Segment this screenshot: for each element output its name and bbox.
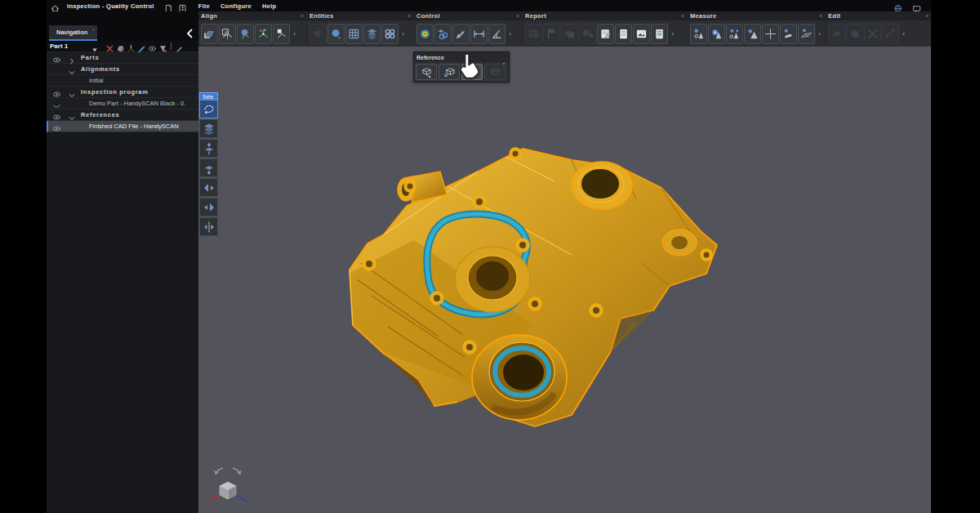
chevron-down-icon[interactable] (68, 88, 76, 96)
layer-merge-button[interactable] (199, 158, 218, 177)
align-sphere-button[interactable] (237, 24, 254, 44)
probe-play-icon (710, 28, 723, 40)
colormap-icon (419, 28, 431, 40)
mouse-cursor-hand (457, 53, 481, 81)
align-points-button[interactable] (255, 24, 272, 44)
pin-icon[interactable] (501, 55, 506, 60)
menu-configure[interactable]: Configure (220, 2, 252, 10)
compare-button[interactable] (434, 24, 452, 44)
eye-icon[interactable] (52, 53, 61, 62)
group-more-chevron-icon[interactable]: ‹ (506, 30, 514, 38)
freeform-selection-button[interactable] (199, 100, 218, 118)
tree-row-parts[interactable]: Parts (47, 52, 198, 64)
new-document-icon[interactable] (164, 2, 173, 11)
dimension-button[interactable] (470, 24, 488, 44)
layer-stack-button[interactable] (199, 119, 218, 138)
edit-copy-icon (849, 28, 861, 40)
brush-icon[interactable] (137, 42, 146, 51)
save-icon[interactable] (178, 2, 187, 11)
3d-viewport[interactable]: Reference Sele. (198, 47, 931, 513)
group-more-chevron-icon[interactable]: ‹ (399, 30, 407, 38)
report-sheet-button[interactable] (651, 24, 668, 44)
tree-row-inspection-program[interactable]: Inspection program (47, 87, 198, 98)
report-doc-button[interactable] (615, 24, 632, 44)
part-selector[interactable]: Part 1 (50, 42, 68, 50)
tree-row-initial[interactable]: Initial (47, 75, 198, 87)
part-dropdown-caret-icon[interactable] (91, 42, 99, 51)
tree-row-alignments[interactable]: Alignments (47, 64, 198, 75)
pencil-icon[interactable] (175, 42, 184, 51)
probe-mesh-button[interactable] (798, 24, 815, 44)
group-collapse-icon[interactable]: « (819, 13, 822, 19)
visibility-icon[interactable] (148, 42, 157, 51)
align-frame-button[interactable] (219, 24, 236, 44)
group-more-chevron-icon[interactable]: ‹ (669, 30, 676, 38)
eye-icon[interactable] (52, 110, 61, 119)
colormap-button[interactable] (416, 24, 434, 44)
mesh-button (310, 24, 327, 44)
group-collapse-icon[interactable]: « (301, 13, 304, 19)
eye-icon[interactable] (52, 87, 61, 96)
group-collapse-icon[interactable]: « (681, 13, 684, 19)
report-note-button[interactable] (597, 24, 614, 44)
tab-navigation[interactable]: Navigation (49, 25, 97, 41)
entity-grid-button[interactable] (345, 24, 363, 44)
triad-icon[interactable] (127, 42, 136, 51)
feedback-icon[interactable] (912, 2, 921, 11)
probe-surface-button[interactable] (780, 24, 797, 44)
flip-right-button[interactable] (199, 198, 218, 216)
toolbar-group-label: Report (525, 12, 546, 20)
entity-sphere-button[interactable] (327, 24, 345, 44)
home-icon[interactable] (51, 2, 60, 11)
menu-file[interactable]: File (198, 2, 210, 10)
tree-row-finished-cad-file-handyscan[interactable]: Finished CAD File - HandySCAN (47, 121, 198, 132)
sidebar-collapse-icon[interactable] (185, 28, 195, 39)
angle-button[interactable] (488, 24, 506, 44)
funnel-icon[interactable] (158, 42, 167, 51)
group-collapse-icon[interactable]: « (516, 13, 519, 19)
group-more-chevron-icon[interactable]: ‹ (816, 30, 823, 38)
tree-row-label: Finished CAD File - HandySCAN (89, 123, 179, 130)
delete-icon[interactable] (105, 42, 114, 51)
group-collapse-icon[interactable]: « (925, 13, 929, 19)
caliper-button[interactable] (452, 24, 470, 44)
menu-bar: FileConfigureHelp (198, 2, 277, 10)
curve-icon[interactable] (52, 99, 61, 108)
chevron-down-icon[interactable] (68, 111, 76, 119)
connect-globe-icon[interactable] (893, 2, 902, 11)
chevron-right-icon[interactable] (68, 54, 76, 62)
entity-layers-button[interactable] (363, 24, 381, 44)
mirror-button[interactable] (199, 217, 218, 236)
group-more-chevron-icon[interactable]: ‹ (291, 30, 298, 38)
tab-options-icon[interactable] (91, 26, 96, 30)
align-target-button[interactable] (273, 24, 290, 44)
eye-icon[interactable] (52, 122, 61, 131)
group-more-chevron-icon[interactable]: ‹ (900, 30, 907, 38)
probe-cone-button[interactable] (744, 24, 761, 44)
report-table-button (525, 24, 542, 44)
view-cube[interactable] (205, 464, 251, 506)
probe-point-button[interactable] (690, 24, 707, 44)
layer-expand-button[interactable] (199, 139, 218, 158)
flip-left-button[interactable] (199, 178, 218, 197)
report-doc-icon (617, 28, 630, 40)
report-image-button[interactable] (633, 24, 650, 44)
shape-reference-icon[interactable] (116, 42, 125, 51)
reference-probe-button[interactable] (416, 64, 437, 80)
report-compare-button (561, 24, 578, 44)
probe-play-button[interactable] (708, 24, 725, 44)
edit-transform-button (882, 24, 899, 44)
entity-circles-button[interactable] (381, 24, 399, 44)
chevron-down-icon[interactable] (68, 65, 76, 74)
group-collapse-icon[interactable]: « (408, 13, 411, 19)
toolbar-group-align: Align«‹ (198, 11, 306, 47)
selection-mode-tag: Sele. (199, 92, 218, 100)
report-snapshot-button (579, 24, 596, 44)
menu-help[interactable]: Help (262, 2, 276, 10)
align-surface-button[interactable] (201, 24, 218, 44)
tree-row-demo-part-handyscan-black-0-[interactable]: Demo Part - HandySCAN Black - 0. (47, 98, 198, 109)
cad-model[interactable] (341, 141, 733, 459)
tree-row-references[interactable]: References (47, 109, 198, 121)
crosshair-button[interactable] (762, 24, 779, 44)
probe-pair-button[interactable] (726, 24, 743, 44)
